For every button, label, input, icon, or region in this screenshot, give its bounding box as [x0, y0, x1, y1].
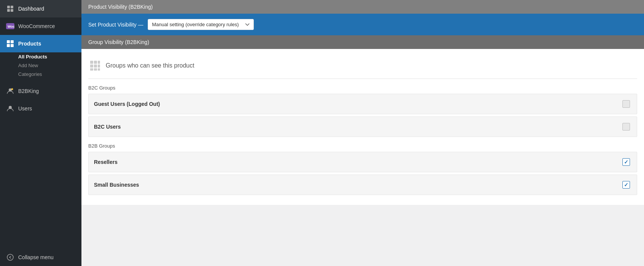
- sidebar-sub-add-new[interactable]: Add New: [0, 61, 81, 70]
- group-row-resellers[interactable]: Resellers: [88, 152, 637, 172]
- sidebar-item-label: WooCommerce: [18, 23, 55, 29]
- svg-rect-7: [11, 40, 14, 43]
- sidebar: Dashboard Woo WooCommerce Products All P…: [0, 0, 81, 266]
- main-content: Product Visibility (B2BKing) Set Product…: [81, 0, 644, 266]
- collapse-icon: [5, 252, 15, 262]
- b2bking-icon: [5, 86, 15, 96]
- sidebar-sub-categories[interactable]: Categories: [0, 70, 81, 79]
- svg-point-13: [7, 254, 13, 260]
- svg-text:Woo: Woo: [8, 25, 14, 28]
- b2c-groups-section: B2C Groups Guest Users (Logged Out) B2C …: [88, 85, 637, 137]
- b2c-label: B2C Groups: [88, 85, 637, 91]
- product-visibility-header: Product Visibility (B2BKing): [81, 0, 644, 14]
- checkbox-unchecked-b2c: [622, 123, 630, 131]
- svg-rect-2: [7, 9, 10, 12]
- group-row-small-businesses[interactable]: Small Businesses: [88, 175, 637, 195]
- products-icon: [5, 39, 15, 49]
- visibility-bar-label: Set Product Visibility —: [88, 22, 143, 28]
- sidebar-item-woocommerce[interactable]: Woo WooCommerce: [0, 17, 81, 35]
- users-icon: [5, 104, 15, 113]
- checkbox-resellers[interactable]: [621, 157, 631, 167]
- checkbox-small-businesses[interactable]: [621, 179, 631, 190]
- groups-title-text: Groups who can see this product: [106, 62, 194, 69]
- svg-rect-6: [7, 40, 10, 43]
- b2b-groups-section: B2B Groups Resellers Small Businesses: [88, 143, 637, 195]
- groups-title-row: Groups who can see this product: [88, 55, 637, 79]
- group-row-b2c-users[interactable]: B2C Users: [88, 116, 637, 137]
- group-row-label-resellers: Resellers: [94, 159, 117, 165]
- svg-rect-1: [11, 6, 13, 8]
- sidebar-item-collapse[interactable]: Collapse menu: [0, 249, 81, 266]
- group-content: Groups who can see this product B2C Grou…: [81, 49, 644, 205]
- svg-rect-22: [98, 68, 100, 71]
- sidebar-item-label: Products: [18, 41, 41, 47]
- svg-rect-19: [98, 65, 100, 68]
- svg-rect-14: [90, 61, 93, 64]
- svg-rect-0: [7, 6, 10, 8]
- sidebar-sub-all-products[interactable]: All Products: [0, 52, 81, 61]
- dashboard-icon: [5, 4, 15, 14]
- group-row-label-small-businesses: Small Businesses: [94, 182, 139, 188]
- sidebar-item-products[interactable]: Products: [0, 35, 81, 52]
- b2b-label: B2B Groups: [88, 143, 637, 149]
- group-row-guest[interactable]: Guest Users (Logged Out): [88, 94, 637, 114]
- sidebar-item-label: B2BKing: [18, 88, 39, 94]
- svg-rect-16: [98, 61, 100, 64]
- sidebar-item-label: Users: [18, 105, 32, 112]
- grid-icon: [88, 59, 102, 72]
- sidebar-item-label: Dashboard: [18, 6, 44, 12]
- svg-rect-20: [90, 68, 93, 71]
- group-row-label-b2c: B2C Users: [94, 124, 121, 130]
- checkbox-checked-small-businesses: [622, 181, 630, 189]
- sidebar-item-dashboard[interactable]: Dashboard: [0, 0, 81, 17]
- svg-rect-21: [94, 68, 97, 71]
- visibility-bar: Set Product Visibility — Manual setting …: [81, 14, 644, 35]
- checkbox-guest[interactable]: [621, 99, 631, 109]
- sidebar-item-label: Collapse menu: [18, 254, 53, 260]
- svg-rect-17: [90, 65, 93, 68]
- checkbox-b2c-users[interactable]: [621, 121, 631, 132]
- svg-rect-18: [94, 65, 97, 68]
- svg-rect-8: [7, 44, 10, 47]
- visibility-select[interactable]: Manual setting (override category rules)…: [148, 19, 254, 30]
- woocommerce-icon: Woo: [5, 21, 15, 31]
- svg-rect-15: [94, 61, 97, 64]
- svg-point-11: [11, 88, 13, 90]
- sidebar-item-users[interactable]: Users: [0, 100, 81, 117]
- checkbox-checked-resellers: [622, 158, 630, 166]
- group-visibility-header: Group Visibility (B2BKing): [81, 35, 644, 49]
- checkbox-unchecked-guest: [622, 100, 630, 108]
- svg-rect-3: [11, 9, 13, 12]
- svg-rect-9: [11, 44, 14, 47]
- group-row-label-guest: Guest Users (Logged Out): [94, 101, 160, 107]
- sidebar-item-b2bking[interactable]: B2BKing: [0, 82, 81, 100]
